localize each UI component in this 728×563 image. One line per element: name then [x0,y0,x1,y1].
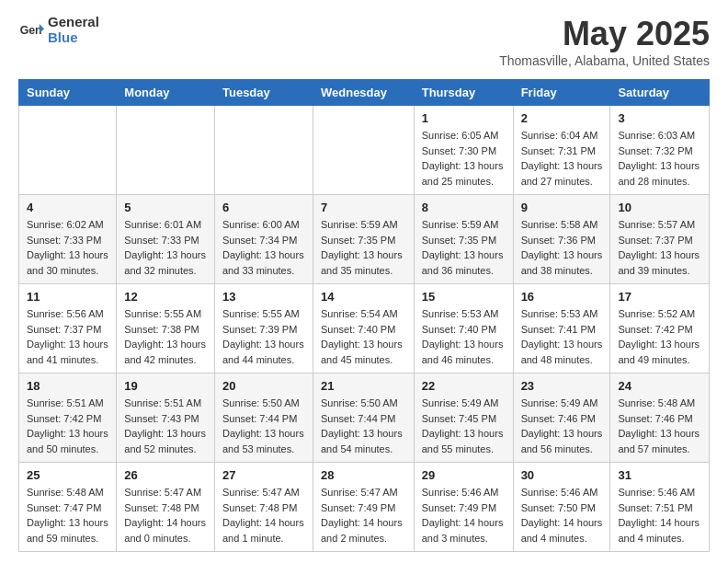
day-number: 21 [321,379,406,393]
calendar-cell: 17Sunrise: 5:52 AM Sunset: 7:42 PM Dayli… [610,284,710,373]
calendar-cell: 7Sunrise: 5:59 AM Sunset: 7:35 PM Daylig… [313,195,414,284]
day-number: 20 [222,379,305,393]
day-number: 27 [222,468,305,482]
day-number: 4 [27,201,108,214]
day-number: 15 [422,290,506,304]
day-info: Sunrise: 5:48 AM Sunset: 7:47 PM Dayligh… [27,485,108,546]
day-number: 22 [422,379,506,393]
day-of-week-header: Saturday [610,80,710,106]
day-number: 19 [124,379,207,393]
day-number: 9 [521,201,603,214]
day-number: 16 [521,290,603,304]
day-info: Sunrise: 5:47 AM Sunset: 7:49 PM Dayligh… [321,485,406,546]
calendar-cell: 28Sunrise: 5:47 AM Sunset: 7:49 PM Dayli… [313,463,414,552]
calendar-week-row: 11Sunrise: 5:56 AM Sunset: 7:37 PM Dayli… [19,284,710,373]
day-info: Sunrise: 5:59 AM Sunset: 7:35 PM Dayligh… [321,217,406,278]
day-of-week-header: Wednesday [313,80,414,106]
calendar-week-row: 25Sunrise: 5:48 AM Sunset: 7:47 PM Dayli… [19,463,710,552]
calendar-cell: 4Sunrise: 6:02 AM Sunset: 7:33 PM Daylig… [19,195,117,284]
day-of-week-header: Friday [513,80,610,106]
day-number: 28 [321,468,406,482]
day-number: 8 [422,201,506,214]
calendar-cell: 11Sunrise: 5:56 AM Sunset: 7:37 PM Dayli… [19,284,117,373]
day-number: 1 [422,111,506,125]
logo-blue-text: Blue [48,30,99,46]
title-block: May 2025 Thomasville, Alabama, United St… [499,15,710,68]
day-info: Sunrise: 6:04 AM Sunset: 7:31 PM Dayligh… [521,128,603,189]
calendar-subtitle: Thomasville, Alabama, United States [499,53,710,68]
logo-general-text: General [48,15,99,30]
calendar-cell: 29Sunrise: 5:46 AM Sunset: 7:49 PM Dayli… [414,463,513,552]
day-info: Sunrise: 5:46 AM Sunset: 7:51 PM Dayligh… [618,485,701,546]
calendar-cell: 31Sunrise: 5:46 AM Sunset: 7:51 PM Dayli… [610,463,710,552]
day-number: 31 [618,468,701,482]
day-number: 12 [124,290,207,304]
calendar-cell [313,106,414,195]
day-info: Sunrise: 5:48 AM Sunset: 7:46 PM Dayligh… [618,396,701,456]
day-info: Sunrise: 5:53 AM Sunset: 7:40 PM Dayligh… [422,306,506,367]
day-number: 10 [618,201,701,214]
day-number: 6 [222,201,305,214]
day-info: Sunrise: 5:55 AM Sunset: 7:38 PM Dayligh… [124,306,207,367]
day-info: Sunrise: 5:55 AM Sunset: 7:39 PM Dayligh… [222,306,305,367]
calendar-header-row: SundayMondayTuesdayWednesdayThursdayFrid… [19,80,710,106]
calendar-cell: 23Sunrise: 5:49 AM Sunset: 7:46 PM Dayli… [513,373,610,463]
day-number: 24 [618,379,701,393]
calendar-week-row: 18Sunrise: 5:51 AM Sunset: 7:42 PM Dayli… [19,373,710,463]
day-number: 5 [124,201,207,214]
day-info: Sunrise: 6:05 AM Sunset: 7:30 PM Dayligh… [422,128,506,189]
day-info: Sunrise: 5:49 AM Sunset: 7:46 PM Dayligh… [521,396,603,456]
day-number: 18 [27,379,108,393]
day-info: Sunrise: 6:03 AM Sunset: 7:32 PM Dayligh… [618,128,701,189]
day-number: 7 [321,201,406,214]
day-info: Sunrise: 5:57 AM Sunset: 7:37 PM Dayligh… [618,217,701,278]
calendar-cell: 13Sunrise: 5:55 AM Sunset: 7:39 PM Dayli… [214,284,313,373]
calendar-cell: 25Sunrise: 5:48 AM Sunset: 7:47 PM Dayli… [19,463,117,552]
day-info: Sunrise: 5:50 AM Sunset: 7:44 PM Dayligh… [321,396,406,456]
calendar-cell: 5Sunrise: 6:01 AM Sunset: 7:33 PM Daylig… [117,195,215,284]
day-info: Sunrise: 6:00 AM Sunset: 7:34 PM Dayligh… [222,217,305,278]
calendar-cell: 19Sunrise: 5:51 AM Sunset: 7:43 PM Dayli… [117,373,215,463]
day-number: 25 [27,468,108,482]
calendar-cell: 2Sunrise: 6:04 AM Sunset: 7:31 PM Daylig… [513,106,610,195]
day-of-week-header: Monday [117,80,215,106]
day-number: 2 [521,111,603,125]
calendar-cell: 30Sunrise: 5:46 AM Sunset: 7:50 PM Dayli… [513,463,610,552]
calendar-cell: 26Sunrise: 5:47 AM Sunset: 7:48 PM Dayli… [117,463,215,552]
day-info: Sunrise: 5:51 AM Sunset: 7:43 PM Dayligh… [124,396,207,456]
day-info: Sunrise: 5:47 AM Sunset: 7:48 PM Dayligh… [222,485,305,546]
calendar-cell: 16Sunrise: 5:53 AM Sunset: 7:41 PM Dayli… [513,284,610,373]
calendar-cell: 15Sunrise: 5:53 AM Sunset: 7:40 PM Dayli… [414,284,513,373]
day-info: Sunrise: 5:46 AM Sunset: 7:49 PM Dayligh… [422,485,506,546]
day-info: Sunrise: 5:58 AM Sunset: 7:36 PM Dayligh… [521,217,603,278]
day-info: Sunrise: 5:54 AM Sunset: 7:40 PM Dayligh… [321,306,406,367]
calendar-cell [19,106,117,195]
calendar-cell: 22Sunrise: 5:49 AM Sunset: 7:45 PM Dayli… [414,373,513,463]
page-header: Gen General Blue May 2025 Thomasville, A… [18,15,710,68]
calendar-cell: 24Sunrise: 5:48 AM Sunset: 7:46 PM Dayli… [610,373,710,463]
calendar-cell: 20Sunrise: 5:50 AM Sunset: 7:44 PM Dayli… [214,373,313,463]
calendar-cell: 9Sunrise: 5:58 AM Sunset: 7:36 PM Daylig… [513,195,610,284]
day-info: Sunrise: 5:51 AM Sunset: 7:42 PM Dayligh… [27,396,108,456]
day-info: Sunrise: 5:50 AM Sunset: 7:44 PM Dayligh… [222,396,305,456]
calendar-cell: 8Sunrise: 5:59 AM Sunset: 7:35 PM Daylig… [414,195,513,284]
day-of-week-header: Tuesday [214,80,313,106]
calendar-cell: 14Sunrise: 5:54 AM Sunset: 7:40 PM Dayli… [313,284,414,373]
calendar-cell: 27Sunrise: 5:47 AM Sunset: 7:48 PM Dayli… [214,463,313,552]
day-number: 14 [321,290,406,304]
calendar-cell: 12Sunrise: 5:55 AM Sunset: 7:38 PM Dayli… [117,284,215,373]
day-info: Sunrise: 5:52 AM Sunset: 7:42 PM Dayligh… [618,306,701,367]
calendar-week-row: 1Sunrise: 6:05 AM Sunset: 7:30 PM Daylig… [19,106,710,195]
day-info: Sunrise: 5:53 AM Sunset: 7:41 PM Dayligh… [521,306,603,367]
calendar-table: SundayMondayTuesdayWednesdayThursdayFrid… [18,79,710,552]
logo-icon: Gen [18,17,44,43]
day-number: 11 [27,290,108,304]
day-info: Sunrise: 5:49 AM Sunset: 7:45 PM Dayligh… [422,396,506,456]
svg-text:Gen: Gen [20,23,42,36]
calendar-cell: 10Sunrise: 5:57 AM Sunset: 7:37 PM Dayli… [610,195,710,284]
day-number: 23 [521,379,603,393]
calendar-cell: 1Sunrise: 6:05 AM Sunset: 7:30 PM Daylig… [414,106,513,195]
calendar-cell: 21Sunrise: 5:50 AM Sunset: 7:44 PM Dayli… [313,373,414,463]
calendar-cell: 3Sunrise: 6:03 AM Sunset: 7:32 PM Daylig… [610,106,710,195]
day-info: Sunrise: 6:01 AM Sunset: 7:33 PM Dayligh… [124,217,207,278]
